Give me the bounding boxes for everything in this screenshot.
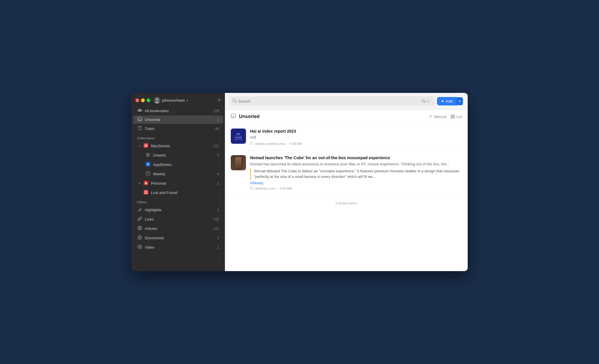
- highlights-label: Highlights: [145, 208, 215, 212]
- user-profile[interactable]: johnvoorhees ▾: [154, 97, 215, 103]
- sidebar-item-macstories[interactable]: ▾ M MacStories 217: [133, 141, 223, 150]
- minimize-button[interactable]: [141, 98, 145, 102]
- bookmark-title: Hai ai index report 2023: [250, 129, 462, 134]
- link-icon: [137, 216, 142, 222]
- documents-icon: [137, 235, 142, 241]
- personal-icon: 🏠: [143, 181, 149, 186]
- nomad-thumbnail: [231, 155, 246, 170]
- bookmark-time: 6:00 AM: [290, 142, 302, 145]
- inbox-icon: [137, 117, 142, 122]
- add-collection-button[interactable]: +: [218, 98, 221, 103]
- add-dropdown-button[interactable]: ▾: [457, 97, 463, 105]
- search-bar[interactable]: [230, 96, 435, 106]
- source-icon: [250, 186, 253, 190]
- add-button[interactable]: ★ Add: [437, 97, 457, 105]
- svg-rect-52: [250, 187, 253, 190]
- documents-label: Documents: [145, 236, 215, 240]
- articles-label: Articles: [145, 226, 211, 231]
- video-count: 1: [217, 245, 219, 249]
- documents-count: 2: [217, 236, 219, 240]
- toolbar: ★ Add ▾: [225, 93, 468, 110]
- sidebar-item-articles[interactable]: Articles 111: [133, 224, 223, 233]
- weekly-count: 4: [217, 172, 219, 176]
- links-count: 115: [213, 217, 219, 221]
- svg-rect-48: [250, 142, 253, 145]
- sidebar-item-all-bookmarks[interactable]: All bookmarks 229: [133, 107, 223, 115]
- sidebar-item-video[interactable]: Video 1: [133, 243, 223, 252]
- lost-and-found-label: Lost and Found: [151, 190, 217, 195]
- bookmarks-content: Unsorted Manual: [225, 110, 468, 271]
- sidebar-content: All bookmarks 229 Unsorted 2: [131, 106, 225, 271]
- list-view-label: List: [456, 115, 462, 119]
- sidebar-item-highlights[interactable]: Highlights 2: [133, 205, 223, 214]
- sidebar-item-weekly[interactable]: Weekly 4: [133, 169, 223, 178]
- svg-rect-7: [146, 153, 149, 155]
- sidebar-item-appstories[interactable]: AppStories: [133, 160, 223, 169]
- svg-point-1: [156, 98, 158, 100]
- sidebar-item-unsorted[interactable]: Unsorted 2: [133, 115, 223, 124]
- username-label: johnvoorhees: [162, 98, 185, 103]
- svg-point-26: [139, 237, 141, 238]
- traffic-lights: [135, 98, 150, 102]
- macstories-icon: M: [143, 143, 149, 149]
- svg-point-25: [138, 236, 142, 240]
- sidebar-item-personal[interactable]: ▸ 🏠 Personal 2: [133, 179, 223, 188]
- svg-point-31: [422, 100, 423, 101]
- main-content: ★ Add ▾ Unsorted: [225, 93, 468, 271]
- video-icon: [137, 245, 142, 250]
- manual-sort-label: Manual: [434, 115, 447, 119]
- unwind-count: 4: [217, 153, 219, 157]
- svg-rect-22: [144, 191, 148, 194]
- collections-header: Collections: [131, 134, 225, 141]
- content-title: Unsorted: [239, 114, 426, 119]
- macstories-label: MacStories: [151, 144, 211, 148]
- sidebar-item-unwind[interactable]: Unwind 4: [133, 151, 223, 160]
- sidebar-item-trash[interactable]: Trash 43: [133, 124, 223, 133]
- sidebar: johnvoorhees ▾ + All bookmarks 229: [131, 93, 225, 271]
- fullscreen-button[interactable]: [147, 98, 150, 102]
- filter-button[interactable]: [419, 98, 432, 104]
- search-icon: [233, 99, 237, 104]
- all-bookmarks-count: 229: [213, 109, 219, 113]
- bookmark-thumbnail: [231, 155, 246, 170]
- dot-separator: ·: [277, 187, 278, 190]
- chevron-down-icon: ▾: [139, 144, 140, 148]
- bookmark-item[interactable]: Nomad launches 'The Cube' for an out-of-…: [225, 150, 468, 195]
- highlights-icon: [137, 207, 142, 213]
- svg-marker-28: [139, 246, 141, 248]
- sidebar-item-links[interactable]: Links 115: [133, 215, 223, 224]
- sidebar-item-lost-and-found[interactable]: ▸ Lost and Found: [133, 188, 223, 197]
- manual-sort-button[interactable]: Manual: [429, 115, 447, 119]
- svg-line-30: [235, 102, 236, 103]
- personal-label: Personal: [151, 181, 215, 186]
- bookmark-item[interactable]: HAI AI INDEX REPORT 2023 Hai ai index re…: [225, 124, 468, 150]
- search-input[interactable]: [238, 99, 418, 103]
- unwind-label: Unwind: [153, 153, 215, 157]
- star-icon: ★: [441, 99, 444, 103]
- list-view-button[interactable]: List: [451, 115, 462, 119]
- svg-rect-42: [453, 117, 455, 118]
- titlebar: johnvoorhees ▾ +: [131, 93, 225, 106]
- close-button[interactable]: [135, 98, 139, 102]
- personal-count: 2: [217, 181, 219, 186]
- content-header: Unsorted Manual: [225, 110, 468, 124]
- bookmark-tag[interactable]: #Weekly: [250, 181, 462, 185]
- bookmark-time: 5:54 AM: [280, 187, 292, 190]
- bookmarks-count: 2 bookmarks: [225, 195, 468, 211]
- bookmark-description: null: [250, 135, 462, 140]
- video-label: Video: [145, 245, 215, 249]
- weekly-label: Weekly: [153, 172, 215, 176]
- avatar: [154, 97, 160, 103]
- svg-rect-41: [451, 117, 452, 118]
- lost-and-found-icon: [143, 190, 149, 195]
- articles-count: 111: [213, 227, 219, 231]
- svg-text:HAI: HAI: [237, 133, 240, 135]
- articles-icon: [137, 226, 142, 231]
- sidebar-item-documents[interactable]: Documents 2: [133, 233, 223, 242]
- add-label: Add: [446, 99, 452, 103]
- sort-controls: Manual List: [429, 115, 462, 119]
- svg-rect-39: [451, 115, 452, 116]
- bookmark-thumbnail: HAI AI INDEX REPORT 2023: [231, 129, 246, 144]
- bookmark-source: 9to5mac.com: [255, 187, 275, 190]
- bookmark-title: Nomad launches 'The Cube' for an out-of-…: [250, 155, 462, 160]
